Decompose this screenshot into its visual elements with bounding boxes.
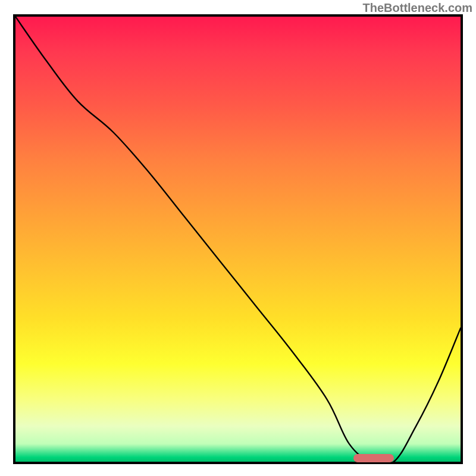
- watermark-label: TheBottleneck.com: [363, 1, 472, 15]
- chart-area: [13, 14, 463, 464]
- bottleneck-curve-line: [15, 17, 461, 462]
- optimal-range-marker: [353, 454, 393, 462]
- line-chart-svg: [15, 17, 461, 462]
